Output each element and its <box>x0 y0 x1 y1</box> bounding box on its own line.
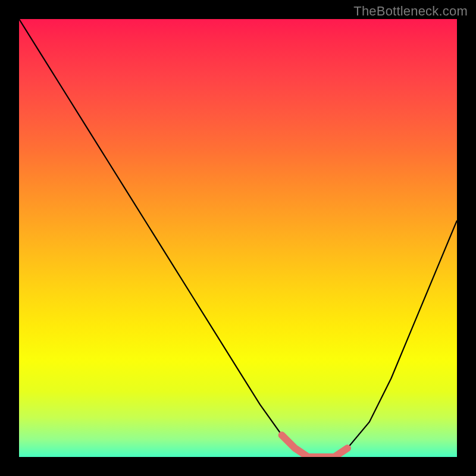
watermark-text: TheBottleneck.com <box>353 4 468 19</box>
chart-stage: TheBottleneck.com <box>0 0 476 476</box>
optimal-range-accent <box>282 435 347 457</box>
bottleneck-curve <box>19 19 457 457</box>
plot-area <box>19 19 457 457</box>
curve-layer <box>19 19 457 457</box>
